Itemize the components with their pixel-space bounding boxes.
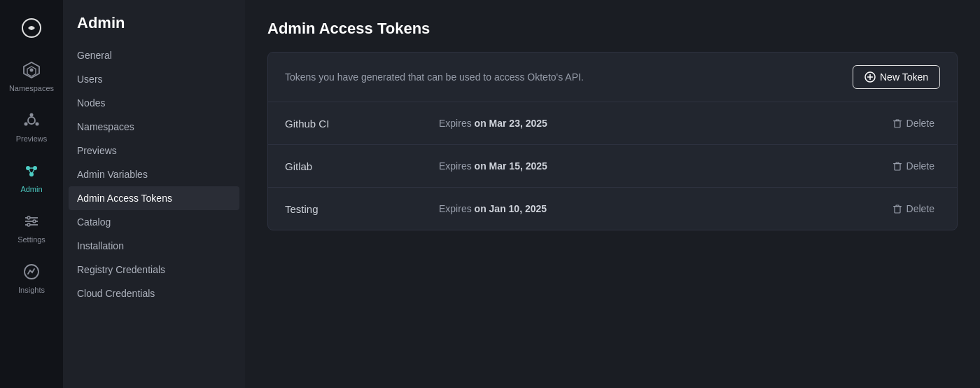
- nav-item-admin-access-tokens[interactable]: Admin Access Tokens: [69, 186, 239, 210]
- token-name: Gitlab: [285, 160, 439, 172]
- sidebar-item-previews[interactable]: Previews: [0, 101, 63, 151]
- svg-line-9: [35, 122, 36, 123]
- nav-item-previews[interactable]: Previews: [63, 139, 245, 162]
- nav-item-admin-variables[interactable]: Admin Variables: [63, 162, 245, 186]
- nav-item-namespaces[interactable]: Namespaces: [63, 115, 245, 139]
- nav-item-installation[interactable]: Installation: [63, 234, 245, 258]
- sidebar-item-admin[interactable]: Admin: [0, 151, 63, 202]
- delete-button-testing[interactable]: Delete: [887, 200, 940, 217]
- logo-icon: [20, 17, 43, 39]
- new-token-button[interactable]: New Token: [853, 65, 940, 89]
- trash-icon: [892, 161, 902, 171]
- nav-item-nodes[interactable]: Nodes: [63, 91, 245, 115]
- sidebar-item-insights[interactable]: Insights: [0, 252, 63, 303]
- nav-item-registry-credentials[interactable]: Registry Credentials: [63, 258, 245, 282]
- nav-sidebar-title: Admin: [63, 14, 245, 43]
- svg-point-22: [27, 223, 30, 226]
- token-info-text: Tokens you have generated that can be us…: [285, 71, 584, 83]
- svg-point-7: [24, 123, 28, 126]
- token-info-row: Tokens you have generated that can be us…: [268, 53, 957, 102]
- plus-circle-icon: [864, 71, 876, 83]
- token-expires: Expires on Mar 23, 2025: [439, 118, 887, 129]
- previews-label: Previews: [16, 134, 48, 143]
- token-expires: Expires on Jan 10, 2025: [439, 203, 887, 214]
- settings-icon: [20, 210, 43, 233]
- table-row: Testing Expires on Jan 10, 2025 Delete: [268, 188, 957, 230]
- sidebar-item-settings[interactable]: Settings: [0, 202, 63, 252]
- new-token-btn-label: New Token: [880, 71, 928, 83]
- sidebar-logo[interactable]: [0, 8, 63, 50]
- admin-label: Admin: [20, 185, 42, 193]
- namespaces-label: Namespaces: [9, 84, 54, 92]
- nav-item-users[interactable]: Users: [63, 67, 245, 91]
- nav-item-general[interactable]: General: [63, 43, 245, 67]
- token-expires: Expires on Mar 15, 2025: [439, 160, 887, 172]
- nav-item-cloud-credentials[interactable]: Cloud Credentials: [63, 282, 245, 305]
- nav-sidebar: Admin General Users Nodes Namespaces Pre…: [63, 0, 245, 388]
- nav-item-catalog[interactable]: Catalog: [63, 210, 245, 234]
- sidebar-item-namespaces[interactable]: Namespaces: [0, 50, 63, 101]
- token-name: Github CI: [285, 118, 439, 130]
- svg-point-5: [30, 113, 34, 117]
- delete-button-gitlab[interactable]: Delete: [887, 158, 940, 174]
- insights-icon: [20, 261, 43, 283]
- table-row: Github CI Expires on Mar 23, 2025 Delete: [268, 102, 957, 145]
- svg-point-4: [28, 117, 35, 124]
- insights-label: Insights: [18, 286, 45, 294]
- delete-button-github-ci[interactable]: Delete: [887, 115, 940, 132]
- svg-point-21: [33, 220, 36, 223]
- svg-line-10: [28, 122, 29, 123]
- svg-point-20: [27, 216, 30, 219]
- svg-point-6: [36, 123, 39, 126]
- page-title: Admin Access Tokens: [267, 20, 958, 38]
- trash-icon: [892, 118, 902, 128]
- settings-label: Settings: [18, 235, 46, 244]
- admin-icon: [20, 160, 43, 182]
- token-name: Testing: [285, 203, 439, 215]
- table-row: Gitlab Expires on Mar 15, 2025 Delete: [268, 145, 957, 188]
- namespaces-icon: [20, 59, 43, 81]
- main-content: Admin Access Tokens Tokens you have gene…: [245, 0, 980, 388]
- icon-sidebar: Namespaces Previews: [0, 0, 63, 388]
- svg-point-3: [30, 69, 34, 72]
- tokens-card: Tokens you have generated that can be us…: [267, 52, 958, 230]
- trash-icon: [892, 204, 902, 214]
- previews-icon: [20, 109, 43, 132]
